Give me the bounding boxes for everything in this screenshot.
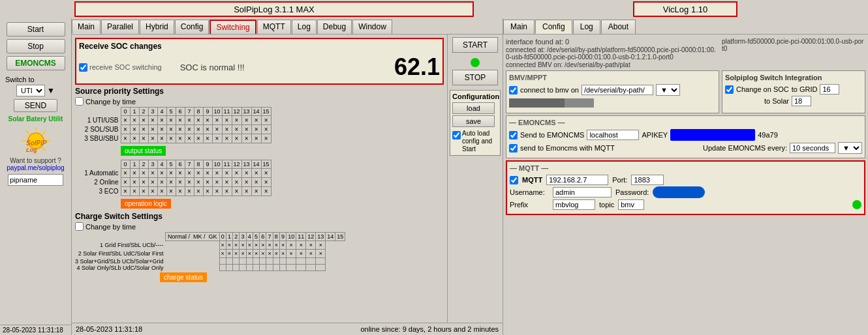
port-input[interactable]	[631, 175, 664, 185]
start-button[interactable]: Start	[7, 22, 65, 36]
topic-input[interactable]	[618, 199, 644, 210]
bmv-path-select[interactable]: ▼	[656, 84, 680, 96]
table-row: 1 Grid First/SbL UCb/---- ×× ×× ×× ×× ××…	[75, 241, 345, 250]
apikey-label: APIKEY	[642, 131, 668, 139]
password-bar	[653, 186, 705, 198]
left-panel: Start Stop EMONCMS Switch to UTI ▼ SEND	[0, 18, 72, 335]
mqtt-host-input[interactable]	[546, 175, 608, 185]
right-tab-main[interactable]: Main	[503, 20, 535, 34]
app-title-right: VicLog 1.10	[633, 1, 737, 17]
mqtt-label: MQTT	[522, 176, 542, 184]
svg-text:SolPiP: SolPiP	[26, 139, 47, 147]
table-row: 2 Online ×× ×× ×× ×× ×× ×× ×× ××	[75, 178, 271, 187]
emoncms-host-input[interactable]	[587, 130, 639, 140]
right-content: interface found at: 0 connected at: /dev…	[503, 35, 868, 335]
svg-line-7	[42, 131, 46, 134]
svg-text:Log: Log	[26, 147, 37, 153]
config-box-title: Configuration	[452, 93, 498, 100]
autoload-label: Auto load config and Start	[462, 130, 498, 153]
update-value-input[interactable]	[790, 143, 835, 153]
source-priority-title: Source priority Settings	[75, 87, 444, 96]
pipname-input[interactable]	[8, 174, 63, 186]
emoncms-button[interactable]: EMONCMS	[7, 56, 65, 70]
autoload-checkbox[interactable]	[452, 131, 461, 139]
soc-changes-box: Receive SOC changes receive SOC switchin…	[75, 38, 444, 85]
to-solar-label: to Solar	[764, 97, 789, 105]
mqtt-status-dot	[852, 200, 861, 209]
apikey-suffix: 49a79	[758, 131, 778, 139]
right-tabs: Main Config Log About	[503, 18, 868, 35]
table-row: 3 SBU/SBU ×× ×× ×× ×× ×× ×× ×× ××	[75, 134, 271, 143]
operation-logic-badge: operation logic	[121, 199, 171, 209]
tab-log[interactable]: Log	[292, 20, 317, 34]
to-grid-input[interactable]	[820, 84, 839, 95]
table-row: 1 UTI/USB ×× ×× ×× ×× ×× ×× ×× ××	[75, 116, 271, 125]
tab-parallel[interactable]: Parallel	[101, 20, 139, 34]
tab-hybrid[interactable]: Hybrid	[140, 20, 174, 34]
connect-bmv-label: connect to bmv on	[520, 86, 579, 94]
charge-status-badge: charge status	[160, 272, 207, 282]
password-label: Password:	[615, 188, 649, 196]
table-row: 3 ECO ×× ×× ×× ×× ×× ×× ×× ××	[75, 187, 271, 196]
right-panel: Main Config Log About interface found at…	[503, 18, 868, 335]
tab-main[interactable]: Main	[72, 20, 101, 34]
charge-switch-table: Normal / MK / GK 0 1 2 3 4 5 6 7 8 9	[75, 232, 345, 271]
send-emoncms-checkbox[interactable]	[509, 131, 518, 139]
apikey-bar	[670, 129, 755, 141]
center-tabs: Main Parallel Hybrid Config Switching MQ…	[72, 18, 503, 35]
paypal-link[interactable]: paypal.me/solpiplog	[7, 164, 64, 171]
solpiplog-switch-title: Solpiplog Switch Integration	[725, 74, 862, 81]
send-button[interactable]: SEND	[14, 99, 57, 112]
soc-switching-label: receive SOC switching	[89, 63, 162, 71]
prefix-input[interactable]	[553, 199, 595, 210]
info-line3: connected BMV on: /dev/serial/by-path/pl…	[506, 61, 719, 68]
emoncms-section: — EMONCMS — Send to EMONCMS APIKEY 49a79	[506, 115, 865, 158]
big-start-button[interactable]: START	[452, 37, 498, 53]
right-tab-log[interactable]: Log	[573, 20, 600, 34]
charge-change-by-time-label: Change by time	[85, 223, 136, 231]
bmv-path-input[interactable]	[581, 85, 653, 95]
switch-to-select[interactable]: UTI	[16, 85, 45, 96]
change-on-soc-label: Change on SOC	[736, 85, 789, 93]
port-label: Port:	[612, 176, 627, 184]
username-input[interactable]	[553, 187, 612, 197]
send-mqtt-checkbox[interactable]	[509, 144, 518, 153]
tab-switching[interactable]: Switching	[209, 20, 256, 34]
green-indicator	[471, 58, 480, 67]
mqtt-checkbox[interactable]	[510, 176, 518, 184]
config-box: Configuration load save Auto load config…	[450, 90, 501, 156]
center-main-content: Receive SOC changes receive SOC switchin…	[72, 35, 447, 323]
config-sidebar: START STOP Configuration load	[447, 35, 503, 323]
charge-change-by-time-checkbox[interactable]	[75, 222, 84, 231]
to-solar-input[interactable]	[792, 96, 811, 106]
right-tab-config[interactable]: Config	[535, 20, 572, 34]
sun-icon: SolPiP Log	[20, 124, 52, 157]
change-on-soc-checkbox[interactable]	[725, 85, 734, 94]
load-button[interactable]: load	[452, 102, 495, 114]
update-dropdown[interactable]: ▼	[838, 142, 862, 154]
big-stop-button[interactable]: STOP	[452, 70, 498, 85]
bottom-status-bar: 28-05-2023 11:31:18 online since: 9 days…	[72, 323, 503, 335]
charge-switch-section: Charge Switch Settings Change by time No…	[75, 212, 444, 284]
online-status: online since: 9 days, 2 hours and 2 minu…	[360, 325, 499, 333]
soc-switching-checkbox[interactable]	[79, 63, 87, 72]
solpiplog-switch-section: Solpiplog Switch Integration Change on S…	[722, 70, 865, 113]
right-tab-about[interactable]: About	[601, 20, 636, 34]
send-mqtt-label: send to Emoncms with MQTT	[520, 144, 615, 152]
datetime-bar: 28-05-2023 11:31:18	[0, 325, 71, 335]
switch-to-label: Switch to	[5, 76, 35, 83]
update-label: Update EMONCMS every:	[703, 144, 787, 152]
tab-config[interactable]: Config	[175, 20, 209, 34]
change-by-time-checkbox[interactable]	[75, 97, 84, 106]
tab-window[interactable]: Window	[352, 20, 392, 34]
tab-debug[interactable]: Debug	[317, 20, 352, 34]
save-button[interactable]: save	[452, 115, 495, 127]
bmv-section: BMV/MPPT connect to bmv on ▼	[506, 70, 719, 113]
center-panel: Main Parallel Hybrid Config Switching MQ…	[72, 18, 503, 335]
table-row: 2 Solar First/SbL UdC/Solar First ×× ×× …	[75, 250, 345, 258]
connect-bmv-checkbox[interactable]	[509, 86, 518, 95]
stop-button[interactable]: Stop	[7, 39, 65, 53]
soc-status-text: SOC is normal !!!	[180, 63, 245, 72]
tab-mqtt[interactable]: MQTT	[257, 20, 291, 34]
solar-label: Solar Batery Utilit	[8, 115, 63, 123]
